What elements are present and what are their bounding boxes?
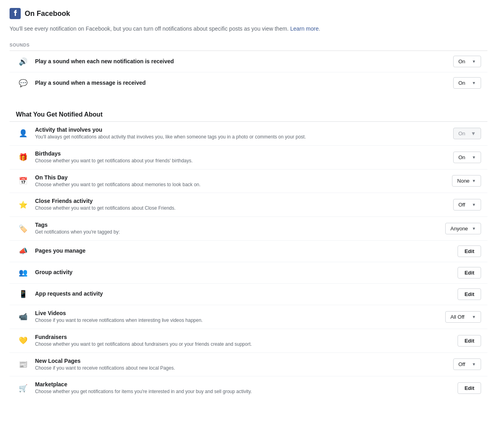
message-sound-row: 💬 Play a sound when a message is receive… (10, 72, 487, 93)
tags-icon: 🏷️ (16, 224, 30, 233)
birthday-icon: 🎁 (16, 153, 30, 162)
chevron-down-icon: ▼ (472, 59, 476, 64)
facebook-logo-icon (10, 8, 21, 19)
birthdays-desc: Choose whether you want to get notificat… (35, 158, 447, 164)
group-edit-button[interactable]: Edit (458, 267, 481, 279)
message-sound-dropdown[interactable]: On ▼ (453, 77, 481, 89)
page-title: On Facebook (25, 10, 70, 18)
tags-dropdown[interactable]: Anyone ▼ (445, 223, 481, 234)
sound-notification-dropdown[interactable]: On ▼ (453, 56, 481, 67)
what-section: What You Get Notified About 👤 Activity t… (10, 105, 487, 400)
fundraisers-row: 💛 Fundraisers Choose whether you want to… (10, 329, 487, 353)
pages-title: Pages you manage (35, 247, 451, 254)
pages-row: 📣 Pages you manage Edit (10, 241, 487, 262)
marketplace-icon: 🛒 (16, 384, 30, 393)
chevron-down-icon: ▼ (472, 226, 476, 231)
sound-notification-row: 🔊 Play a sound when each new notificatio… (10, 51, 487, 72)
activity-dropdown-disabled: On ▼ (453, 128, 481, 139)
close-friends-row: ⭐ Close Friends activity Choose whether … (10, 193, 487, 217)
onthisday-control: None ▼ (452, 175, 481, 187)
app-requests-edit-button[interactable]: Edit (458, 288, 481, 300)
close-friends-icon: ⭐ (16, 201, 30, 209)
app-requests-control: Edit (458, 288, 481, 300)
activity-row: 👤 Activity that involves you You'll alwa… (10, 122, 487, 146)
marketplace-desc: Choose whether you get notifications for… (35, 388, 451, 395)
chevron-down-icon: ▼ (472, 81, 476, 85)
page-container: On Facebook You'll see every notificatio… (0, 0, 497, 419)
fundraisers-title: Fundraisers (35, 334, 451, 340)
live-videos-dropdown[interactable]: All Off ▼ (445, 311, 481, 323)
marketplace-control: Edit (458, 382, 481, 394)
sound-notification-title: Play a sound when each new notification … (35, 58, 447, 64)
pages-icon: 📣 (16, 247, 30, 255)
tags-content: Tags Get notifications when you're tagge… (35, 222, 439, 236)
close-friends-dropdown[interactable]: Off ▼ (453, 199, 481, 210)
local-pages-control: Off ▼ (453, 358, 481, 370)
birthdays-content: Birthdays Choose whether you want to get… (35, 150, 447, 164)
chevron-down-icon: ▼ (472, 155, 476, 160)
onthisday-dropdown[interactable]: None ▼ (452, 175, 481, 187)
live-videos-title: Live Videos (35, 310, 439, 316)
pages-edit-button[interactable]: Edit (458, 245, 481, 257)
local-pages-desc: Choose if you want to receive notificati… (35, 365, 447, 372)
close-friends-desc: Choose whether you want to get notificat… (35, 205, 447, 212)
birthdays-dropdown[interactable]: On ▼ (453, 152, 481, 163)
sound-icon: 🔊 (16, 57, 30, 66)
close-friends-title: Close Friends activity (35, 198, 447, 204)
activity-icon: 👤 (16, 129, 30, 138)
onthisday-content: On This Day Choose whether you want to g… (35, 174, 446, 188)
message-sound-control: On ▼ (453, 77, 481, 89)
fundraisers-edit-button[interactable]: Edit (458, 335, 481, 347)
page-description: You'll see every notification on Faceboo… (10, 25, 487, 33)
sounds-section: SOUNDS 🔊 Play a sound when each new noti… (10, 43, 487, 93)
learn-more-link[interactable]: Learn more (290, 25, 319, 32)
group-content: Group activity (35, 269, 451, 276)
chevron-down-icon: ▼ (472, 179, 476, 183)
onthisday-desc: Choose whether you want to get notificat… (35, 181, 446, 188)
fundraisers-desc: Choose whether you want to get notificat… (35, 341, 451, 348)
message-sound-icon: 💬 (16, 79, 30, 88)
live-videos-icon: 📹 (16, 312, 30, 321)
birthdays-control: On ▼ (453, 152, 481, 163)
close-friends-content: Close Friends activity Choose whether yo… (35, 198, 447, 212)
chevron-down-icon: ▼ (472, 203, 476, 207)
live-videos-desc: Choose if you want to receive notificati… (35, 317, 439, 324)
marketplace-title: Marketplace (35, 381, 451, 388)
birthdays-title: Birthdays (35, 150, 447, 157)
local-pages-dropdown[interactable]: Off ▼ (453, 358, 481, 370)
activity-desc: You'll always get notifications about ac… (35, 134, 447, 140)
pages-control: Edit (458, 245, 481, 257)
tags-row: 🏷️ Tags Get notifications when you're ta… (10, 217, 487, 241)
activity-control: On ▼ (453, 128, 481, 139)
fundraisers-icon: 💛 (16, 336, 30, 345)
what-section-title: What You Get Notified About (16, 111, 481, 118)
what-section-header: What You Get Notified About (10, 105, 487, 121)
tags-control: Anyone ▼ (445, 223, 481, 234)
local-pages-row: 📰 New Local Pages Choose if you want to … (10, 353, 487, 377)
app-requests-title: App requests and activity (35, 290, 451, 297)
group-row: 👥 Group activity Edit (10, 262, 487, 284)
local-pages-icon: 📰 (16, 360, 30, 369)
page-header: On Facebook (10, 8, 487, 19)
chevron-down-icon: ▼ (472, 315, 476, 319)
local-pages-content: New Local Pages Choose if you want to re… (35, 358, 447, 372)
birthdays-row: 🎁 Birthdays Choose whether you want to g… (10, 146, 487, 169)
close-friends-control: Off ▼ (453, 199, 481, 210)
live-videos-row: 📹 Live Videos Choose if you want to rece… (10, 305, 487, 329)
sound-notification-content: Play a sound when each new notification … (35, 58, 447, 65)
group-control: Edit (458, 267, 481, 279)
sounds-label: SOUNDS (10, 43, 487, 47)
app-requests-icon: 📱 (16, 290, 30, 298)
group-title: Group activity (35, 269, 451, 275)
chevron-down-icon: ▼ (471, 131, 476, 136)
live-videos-control: All Off ▼ (445, 311, 481, 323)
chevron-down-icon: ▼ (472, 362, 476, 366)
fundraisers-content: Fundraisers Choose whether you want to g… (35, 334, 451, 348)
onthisday-icon: 📅 (16, 177, 30, 185)
marketplace-content: Marketplace Choose whether you get notif… (35, 381, 451, 395)
tags-title: Tags (35, 222, 439, 228)
activity-content: Activity that involves you You'll always… (35, 127, 447, 140)
marketplace-edit-button[interactable]: Edit (458, 382, 481, 394)
activity-title: Activity that involves you (35, 127, 447, 133)
message-sound-title: Play a sound when a message is received (35, 80, 447, 86)
